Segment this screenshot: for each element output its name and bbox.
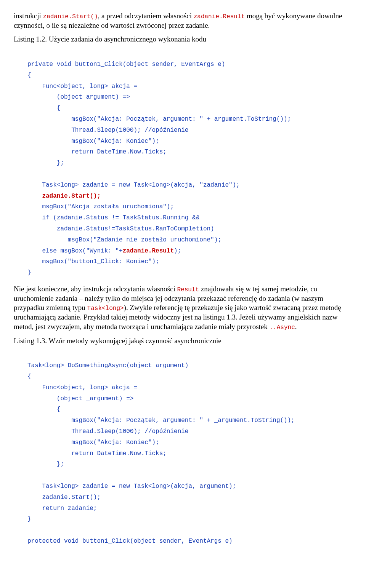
code-line: } xyxy=(27,269,31,276)
code-line: Task<long> zadanie = new Task<long>(akcj… xyxy=(27,182,240,189)
code-line: { xyxy=(27,72,31,79)
code-line: zadanie.Status!=TaskStatus.RanToCompleti… xyxy=(27,225,214,232)
code-block-listing-1-3: Task<long> DoSomethingAsync(object argum… xyxy=(27,349,352,546)
code-line: return zadanie; xyxy=(27,505,97,512)
code-line: private void button1_Click(object sender… xyxy=(27,61,225,68)
code-inline: zadanie.Result xyxy=(194,13,245,20)
code-line: Thread.Sleep(1000); //opóźnienie xyxy=(27,127,188,134)
code-line: return DateTime.Now.Ticks; xyxy=(27,149,167,155)
code-line: Thread.Sleep(1000); //opóźnienie xyxy=(27,428,188,435)
code-inline: ..Async xyxy=(270,324,295,331)
code-line: } xyxy=(27,516,31,522)
code-line: msgBox("Akcja: Początek, argument: " + _… xyxy=(27,417,295,424)
code-inline: Task<long> xyxy=(87,305,124,312)
listing-label-1-2: Listing 1.2. Użycie zadania do asynchron… xyxy=(14,35,352,44)
code-line: msgBox("Akcja: Koniec"); xyxy=(27,439,159,446)
code-highlight: zadanie.Start(); xyxy=(42,193,101,200)
text: . xyxy=(295,323,297,331)
code-line: Func<object, long> akcja = xyxy=(27,384,137,391)
code-line: msgBox("Zadanie nie zostało uruchomione"… xyxy=(27,236,222,243)
code-line: Func<object, long> akcja = xyxy=(27,83,137,90)
code-line: zadanie.Start(); xyxy=(27,193,101,200)
code-highlight: zadanie.Result xyxy=(123,248,174,254)
code-line: msgBox("Akcja została uruchomiona"); xyxy=(27,203,174,210)
paragraph-explanation: Nie jest konieczne, aby instrukcja odczy… xyxy=(14,284,352,332)
code-line: return DateTime.Now.Ticks; xyxy=(27,450,167,457)
code-line: (object _argument) => xyxy=(27,395,133,402)
code-line: msgBox("Akcja: Koniec"); xyxy=(27,138,159,145)
text: Nie jest konieczne, aby instrukcja odczy… xyxy=(14,285,177,293)
code-line: }; xyxy=(27,461,64,468)
code-line: zadanie.Start(); xyxy=(27,494,101,501)
code-line: { xyxy=(27,373,31,380)
code-line: (object argument) => xyxy=(27,94,130,101)
code-block-listing-1-2: private void button1_Click(object sender… xyxy=(27,48,352,278)
listing-label-1-3: Listing 1.3. Wzór metody wykonującej jak… xyxy=(14,336,352,346)
code-line: else msgBox("Wynik: "+zadanie.Result); xyxy=(27,248,181,254)
code-line: Task<long> zadanie = new Task<long>(akcj… xyxy=(27,483,236,490)
code-line: { xyxy=(27,105,60,112)
paragraph-intro: instrukcji zadanie.Start(), a przed odcz… xyxy=(14,11,352,30)
code-inline: Result xyxy=(177,286,199,293)
code-line: if (zadanie.Status != TaskStatus.Running… xyxy=(27,214,199,221)
code-line: Task<long> DoSomethingAsync(object argum… xyxy=(27,362,188,369)
code-line: msgBox("Akcja: Początek, argument: " + a… xyxy=(27,116,291,123)
text: instrukcji xyxy=(14,12,43,20)
code-inline: zadanie.Start() xyxy=(43,13,98,20)
code-line: protected void button1_Click(object send… xyxy=(27,538,233,545)
code-line: msgBox("button1_Click: Koniec"); xyxy=(27,258,159,265)
code-line: { xyxy=(27,406,60,413)
code-line: }; xyxy=(27,160,64,166)
text: , a przed odczytaniem własności xyxy=(98,12,194,20)
